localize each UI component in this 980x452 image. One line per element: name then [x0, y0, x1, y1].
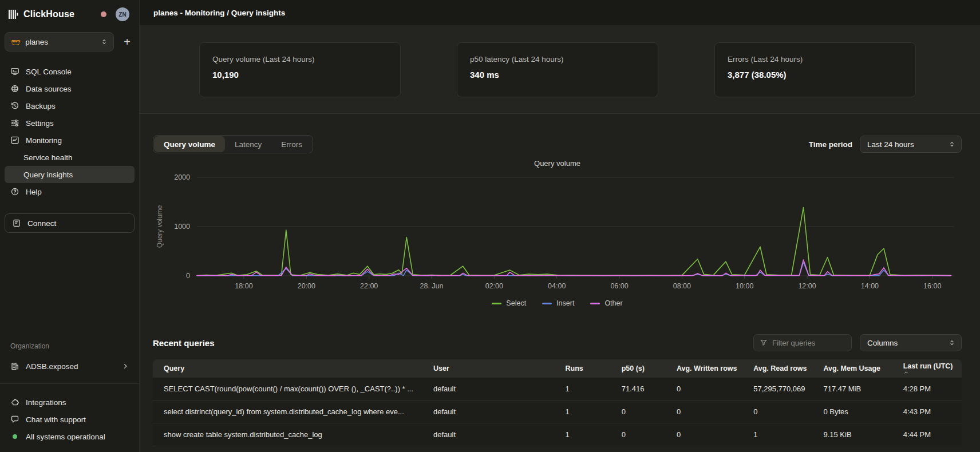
- sidebar-item-data-sources[interactable]: Data sources: [5, 80, 135, 97]
- stats-strip: Query volume (Last 24 hours)10,190p50 la…: [140, 25, 980, 114]
- chevron-right-icon: [122, 363, 129, 370]
- sidebar-item-query-insights[interactable]: Query insights: [5, 166, 135, 183]
- avatar[interactable]: ZN: [116, 7, 129, 21]
- cell-user: default: [422, 423, 554, 446]
- cell-p50: 0: [611, 401, 666, 423]
- sidebar-item-label: Settings: [26, 119, 54, 128]
- svg-text:22:00: 22:00: [360, 282, 378, 290]
- cell-runs: 1: [554, 401, 610, 423]
- organization-heading: Organization: [5, 342, 135, 350]
- sidebar-item-all-systems-operational[interactable]: All systems operational: [5, 428, 135, 445]
- chart-section: Query volumeLatencyErrors Time period La…: [140, 114, 980, 307]
- stat-value: 10,190: [212, 70, 388, 80]
- chevron-updown-icon: [101, 38, 108, 46]
- column-header-avg-written-rows[interactable]: Avg. Written rows: [666, 359, 742, 378]
- svg-text:14:00: 14:00: [861, 282, 879, 290]
- sidebar-item-label: Query insights: [23, 171, 73, 179]
- cell-p50: 71.416: [611, 378, 666, 401]
- svg-text:1000: 1000: [174, 223, 190, 231]
- legend-item-other[interactable]: Other: [590, 299, 622, 307]
- time-period-value: Last 24 hours: [867, 140, 914, 149]
- organization-name: ADSB.exposed: [26, 362, 78, 371]
- sidebar-item-label: All systems operational: [26, 433, 105, 441]
- svg-text:04:00: 04:00: [548, 282, 566, 290]
- sidebar-item-service-health[interactable]: Service health: [5, 149, 135, 166]
- filter-funnel-icon: [760, 339, 768, 347]
- legend-item-select[interactable]: Select: [492, 299, 526, 307]
- query-volume-chart: 01000200018:0020:0022:0028. Jun02:0004:0…: [153, 168, 962, 298]
- recent-queries-title: Recent queries: [153, 338, 215, 348]
- help-icon: [10, 187, 19, 196]
- connect-label: Connect: [27, 219, 56, 228]
- service-selector-row: aws planes +: [5, 32, 135, 51]
- legend-label: Select: [506, 299, 526, 307]
- svg-text:20:00: 20:00: [298, 282, 315, 290]
- recent-queries-toolbar: Recent queries Columns: [153, 334, 962, 351]
- stat-label: Query volume (Last 24 hours): [212, 55, 388, 64]
- column-header-user[interactable]: User: [422, 359, 554, 378]
- table-row[interactable]: SELECT CAST(round(pow(count() / max(coun…: [153, 378, 962, 401]
- time-period-select[interactable]: Last 24 hours: [860, 136, 962, 153]
- tab-latency[interactable]: Latency: [225, 136, 271, 152]
- column-header-last-run-utc[interactable]: Last run (UTC): [892, 359, 962, 378]
- column-header-query[interactable]: Query: [153, 359, 422, 378]
- svg-text:16:00: 16:00: [923, 282, 941, 290]
- legend-label: Other: [604, 299, 622, 307]
- sql-console-icon: [10, 67, 19, 76]
- sidebar-item-backups[interactable]: Backups: [5, 97, 135, 114]
- columns-select[interactable]: Columns: [860, 334, 962, 351]
- chart-title: Query volume: [153, 159, 962, 168]
- cell-last-run: 4:43 PM: [892, 401, 962, 423]
- legend-swatch-icon: [542, 303, 552, 304]
- sidebar-item-label: Integrations: [26, 398, 66, 407]
- svg-text:10:00: 10:00: [736, 282, 753, 290]
- legend-item-insert[interactable]: Insert: [542, 299, 574, 307]
- sidebar-item-help[interactable]: Help: [5, 183, 135, 200]
- tab-query-volume[interactable]: Query volume: [154, 136, 225, 152]
- column-header-p50-s[interactable]: p50 (s): [611, 359, 666, 378]
- sidebar-item-integrations[interactable]: Integrations: [5, 394, 135, 411]
- time-period-label: Time period: [809, 140, 852, 149]
- sidebar-item-chat-with-support[interactable]: Chat with support: [5, 411, 135, 428]
- connect-button[interactable]: Connect: [5, 213, 135, 233]
- svg-text:12:00: 12:00: [798, 282, 816, 290]
- cell-avg-written: 0: [666, 378, 742, 401]
- cell-query: select distrinct(query_id) from system.d…: [153, 401, 422, 423]
- breadcrumb: planes - Monitoring / Query insights: [153, 9, 285, 17]
- stat-card-query-volume: Query volume (Last 24 hours)10,190: [199, 42, 401, 97]
- legend-label: Insert: [556, 299, 574, 307]
- sidebar-item-monitoring[interactable]: Monitoring: [5, 132, 135, 149]
- backups-icon: [10, 101, 19, 110]
- sort-ascending-icon: [903, 370, 958, 375]
- sidebar-item-sql-console[interactable]: SQL Console: [5, 63, 135, 80]
- brand-name: ClickHouse: [23, 9, 74, 19]
- organization-switcher[interactable]: ADSB.exposed: [5, 358, 135, 375]
- sidebar-item-label: Monitoring: [26, 136, 62, 145]
- cell-last-run: 4:28 PM: [892, 378, 962, 401]
- table-row[interactable]: show create table system.distributed_cac…: [153, 423, 962, 446]
- add-service-button[interactable]: +: [120, 34, 135, 49]
- legend-swatch-icon: [590, 303, 600, 304]
- column-header-avg-mem-usage[interactable]: Avg. Mem Usage: [812, 359, 892, 378]
- tab-errors[interactable]: Errors: [271, 136, 312, 152]
- svg-text:18:00: 18:00: [235, 282, 252, 290]
- stat-card-p50-latency: p50 latency (Last 24 hours)340 ms: [457, 42, 658, 97]
- table-row[interactable]: select distrinct(query_id) from system.d…: [153, 401, 962, 423]
- filter-queries-input[interactable]: [772, 339, 845, 347]
- sidebar-nav: SQL ConsoleData sourcesBackupsSettingsMo…: [5, 63, 135, 200]
- column-header-avg-read-rows[interactable]: Avg. Read rows: [742, 359, 812, 378]
- svg-text:0: 0: [186, 272, 190, 280]
- chart-legend: SelectInsertOther: [153, 299, 962, 307]
- cell-avg-read: 57,295,770,069: [742, 378, 812, 401]
- integrations-icon: [10, 398, 19, 407]
- table-header-row: QueryUserRunsp50 (s)Avg. Written rowsAvg…: [153, 359, 962, 378]
- service-selector[interactable]: aws planes: [5, 32, 114, 51]
- chat-icon: [10, 415, 19, 424]
- svg-text:2000: 2000: [174, 173, 190, 181]
- aws-icon: aws: [11, 39, 20, 45]
- status-icon: [10, 432, 19, 441]
- page-header: planes - Monitoring / Query insights: [140, 0, 980, 25]
- column-header-runs[interactable]: Runs: [554, 359, 610, 378]
- sidebar-item-settings[interactable]: Settings: [5, 114, 135, 132]
- sidebar-item-label: Chat with support: [26, 415, 86, 424]
